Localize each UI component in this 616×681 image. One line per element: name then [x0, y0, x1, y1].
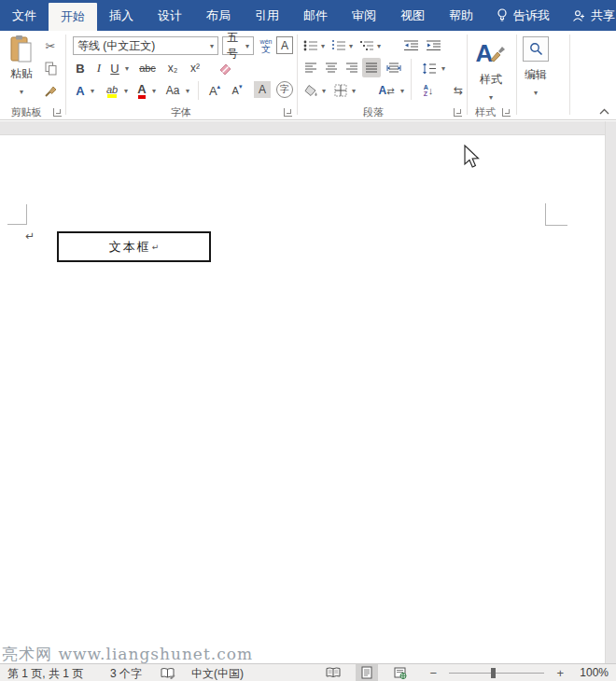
text-effects-dropdown[interactable]: [88, 81, 97, 100]
bullets-dropdown[interactable]: [318, 36, 328, 55]
line-spacing-dropdown[interactable]: [439, 59, 448, 77]
font-name-combobox[interactable]: 等线 (中文正文) ▾: [73, 36, 218, 55]
change-case-dropdown[interactable]: [183, 81, 192, 100]
font-size-combobox[interactable]: 五号 ▾: [222, 36, 254, 55]
font-color-dropdown[interactable]: [149, 81, 159, 100]
tab-file[interactable]: 文件: [0, 0, 49, 31]
watermark-text: 亮术网 www.liangshunet.com: [2, 644, 253, 665]
highlight-glyph: ab: [106, 84, 118, 98]
text-box[interactable]: 文本框 ↵: [57, 231, 211, 262]
proofing-status-button[interactable]: [161, 667, 175, 681]
shrink-font-glyph: A: [232, 85, 239, 96]
document-area[interactable]: ↵ 文本框 ↵ 亮术网 www.liangshunet.com: [0, 121, 616, 663]
page-top-gap: [0, 121, 616, 135]
clear-formatting-button[interactable]: [215, 59, 233, 77]
tab-insert[interactable]: 插入: [97, 0, 146, 31]
decrease-indent-button[interactable]: [401, 36, 420, 55]
tab-view[interactable]: 视图: [388, 0, 437, 31]
bullets-button[interactable]: [302, 36, 319, 55]
page-number-status[interactable]: 第 1 页, 共 1 页: [7, 666, 83, 681]
align-center-button[interactable]: [323, 59, 340, 77]
tab-help[interactable]: 帮助: [437, 0, 485, 31]
increase-indent-button[interactable]: [424, 36, 442, 55]
strikethrough-glyph: abc: [139, 63, 156, 74]
font-dialog-launcher[interactable]: [284, 108, 292, 117]
paragraph-dialog-launcher[interactable]: [454, 108, 462, 117]
clipboard-dialog-launcher[interactable]: [53, 108, 62, 117]
borders-dropdown[interactable]: [349, 81, 358, 100]
copy-button[interactable]: [41, 59, 60, 77]
zoom-out-button[interactable]: −: [428, 666, 438, 680]
text-effects-button[interactable]: A: [73, 81, 88, 100]
show-hide-marks-button[interactable]: ⇆: [450, 81, 467, 100]
bold-button[interactable]: B: [73, 59, 88, 77]
shading-dropdown[interactable]: [319, 81, 329, 100]
tab-references[interactable]: 引用: [243, 0, 291, 31]
web-layout-button[interactable]: [389, 664, 412, 681]
font-color-button[interactable]: A: [134, 81, 149, 100]
caret-down-icon: ▾: [239, 83, 243, 90]
share-button[interactable]: 共享: [561, 0, 616, 31]
bold-glyph: B: [76, 62, 84, 76]
character-border-button[interactable]: A: [276, 36, 293, 54]
tab-layout[interactable]: 布局: [194, 0, 243, 31]
underline-button[interactable]: U: [108, 59, 121, 77]
styles-button[interactable]: A 样式: [470, 35, 511, 106]
zoom-slider[interactable]: [449, 673, 544, 674]
grow-font-button[interactable]: A▴: [205, 81, 224, 100]
line-spacing-button[interactable]: [420, 59, 439, 77]
numbering-button[interactable]: [330, 36, 347, 55]
increase-indent-icon: [426, 40, 441, 51]
align-right-icon: [345, 63, 358, 74]
paste-button[interactable]: 粘贴: [6, 35, 37, 104]
print-layout-button[interactable]: [356, 664, 378, 681]
justify-button[interactable]: [362, 58, 381, 77]
phonetic-guide-button[interactable]: wén 文: [258, 35, 274, 56]
borders-button[interactable]: [332, 81, 349, 100]
cut-button[interactable]: ✂: [41, 36, 60, 55]
tab-mailings[interactable]: 邮件: [291, 0, 340, 31]
align-right-button[interactable]: [343, 59, 360, 77]
strikethrough-button[interactable]: abc: [136, 59, 159, 77]
subscript-button[interactable]: x₂: [164, 59, 181, 77]
sort-button[interactable]: A Z ↓: [418, 81, 439, 100]
italic-button[interactable]: I: [93, 59, 105, 77]
language-status[interactable]: 中文(中国): [191, 666, 244, 681]
editing-button[interactable]: 编辑: [521, 36, 551, 102]
styles-dialog-launcher[interactable]: [502, 108, 511, 117]
shading-button[interactable]: [302, 81, 319, 100]
vertical-scrollbar[interactable]: [605, 121, 616, 663]
numbering-dropdown[interactable]: [346, 36, 356, 55]
highlight-dropdown[interactable]: [121, 81, 131, 100]
superscript-button[interactable]: x²: [187, 59, 203, 77]
change-case-button[interactable]: Aa: [162, 81, 183, 100]
multilevel-list-dropdown[interactable]: [374, 36, 384, 55]
text-box-content: 文本框: [109, 239, 151, 256]
underline-dropdown[interactable]: [122, 59, 132, 77]
collapse-ribbon-button[interactable]: [597, 105, 610, 117]
tab-design[interactable]: 设计: [146, 0, 194, 31]
zoom-level[interactable]: 100%: [580, 666, 609, 679]
asian-layout-button[interactable]: A ⇄: [375, 81, 398, 100]
word-count-status[interactable]: 3 个字: [110, 666, 142, 681]
zoom-slider-thumb[interactable]: [491, 668, 496, 678]
tab-review[interactable]: 审阅: [340, 0, 388, 31]
asian-layout-dropdown[interactable]: [398, 81, 407, 100]
dropdown-arrow-icon: [486, 88, 496, 106]
shrink-font-button[interactable]: A▾: [228, 81, 246, 100]
read-mode-button[interactable]: [322, 664, 344, 681]
zoom-in-button[interactable]: +: [555, 666, 565, 680]
align-left-button[interactable]: [302, 59, 319, 77]
button-separator: [198, 81, 199, 100]
highlight-color-button[interactable]: ab: [103, 81, 121, 100]
character-shading-button[interactable]: A: [254, 81, 271, 98]
tell-me-button[interactable]: 告诉我: [485, 0, 561, 31]
italic-glyph: I: [97, 61, 101, 76]
clipboard-paste-icon: [9, 35, 34, 64]
distributed-button[interactable]: [385, 59, 403, 77]
multilevel-list-button[interactable]: [358, 36, 375, 55]
enclose-characters-button[interactable]: 字: [276, 81, 293, 98]
line-spacing-icon: [422, 63, 437, 75]
format-painter-button[interactable]: [41, 81, 60, 100]
tab-home[interactable]: 开始: [49, 3, 97, 31]
